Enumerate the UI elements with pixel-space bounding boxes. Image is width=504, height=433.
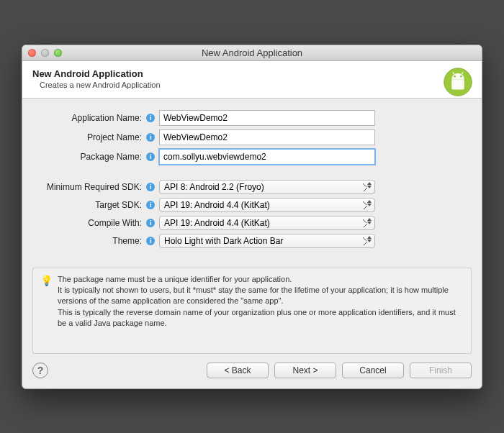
cancel-button[interactable]: Cancel — [342, 363, 404, 378]
hint-line-2: It is typically not shown to users, but … — [58, 285, 464, 307]
row-app-name: Application Name: i — [37, 110, 467, 126]
row-min-sdk: Minimum Required SDK: i API 8: Android 2… — [37, 180, 467, 194]
select-theme[interactable]: Holo Light with Dark Action Bar — [159, 234, 375, 248]
select-min-sdk-value: API 8: Android 2.2 (Froyo) — [164, 182, 264, 192]
label-package-name: Package Name: — [37, 152, 142, 162]
select-target-sdk-value: API 19: Android 4.4 (KitKat) — [164, 200, 270, 210]
select-target-sdk[interactable]: API 19: Android 4.4 (KitKat) — [159, 198, 375, 212]
titlebar: New Android Application — [22, 45, 482, 61]
select-theme-value: Holo Light with Dark Action Bar — [164, 236, 283, 246]
banner-subheading: Creates a new Android Application — [32, 81, 472, 89]
chevron-updown-icon — [367, 200, 372, 206]
help-icon[interactable]: ? — [32, 363, 48, 378]
input-project-name[interactable] — [159, 129, 375, 145]
row-theme: Theme: i Holo Light with Dark Action Bar — [37, 234, 467, 248]
banner-heading: New Android Application — [32, 68, 472, 79]
input-package-name[interactable] — [159, 149, 375, 165]
label-app-name: Application Name: — [37, 113, 142, 123]
info-icon[interactable]: i — [146, 237, 155, 245]
next-button[interactable]: Next > — [274, 363, 336, 378]
hint-box: 💡 The package name must be a unique iden… — [32, 268, 472, 354]
input-app-name[interactable] — [159, 110, 375, 126]
svg-rect-1 — [451, 79, 464, 89]
info-icon[interactable]: i — [146, 152, 155, 161]
hint-text: The package name must be a unique identi… — [58, 274, 464, 347]
dialog-window: New Android Application New Android Appl… — [22, 45, 482, 389]
info-icon[interactable]: i — [146, 219, 155, 227]
info-icon[interactable]: i — [146, 183, 155, 191]
info-icon[interactable]: i — [146, 201, 155, 209]
hint-line-3: This is typically the reverse domain nam… — [58, 307, 464, 329]
info-icon[interactable]: i — [146, 114, 155, 122]
label-theme: Theme: — [37, 236, 142, 246]
chevron-updown-icon — [367, 236, 372, 242]
label-project-name: Project Name: — [37, 132, 142, 142]
chevron-updown-icon — [367, 182, 372, 188]
svg-point-3 — [460, 75, 462, 77]
select-compile-value: API 19: Android 4.4 (KitKat) — [164, 218, 270, 228]
lightbulb-icon: 💡 — [40, 274, 50, 347]
info-icon[interactable]: i — [146, 133, 155, 142]
finish-button: Finish — [410, 363, 472, 378]
hint-line-1: The package name must be a unique identi… — [58, 274, 464, 285]
label-compile: Compile With: — [37, 218, 142, 228]
label-min-sdk: Minimum Required SDK: — [37, 182, 142, 192]
android-icon — [443, 67, 473, 97]
banner: New Android Application Creates a new An… — [22, 61, 482, 99]
chevron-updown-icon — [367, 218, 372, 224]
back-button[interactable]: < Back — [207, 363, 269, 378]
window-title: New Android Application — [22, 47, 482, 58]
label-target-sdk: Target SDK: — [37, 200, 142, 210]
select-min-sdk[interactable]: API 8: Android 2.2 (Froyo) — [159, 180, 375, 194]
svg-point-2 — [454, 75, 456, 77]
button-bar: ? < Back Next > Cancel Finish — [22, 354, 482, 388]
row-target-sdk: Target SDK: i API 19: Android 4.4 (KitKa… — [37, 198, 467, 212]
form-area: Application Name: i Project Name: i Pack… — [22, 99, 482, 259]
row-project-name: Project Name: i — [37, 129, 467, 145]
row-compile: Compile With: i API 19: Android 4.4 (Kit… — [37, 216, 467, 230]
row-package-name: Package Name: i — [37, 149, 467, 165]
select-compile[interactable]: API 19: Android 4.4 (KitKat) — [159, 216, 375, 230]
